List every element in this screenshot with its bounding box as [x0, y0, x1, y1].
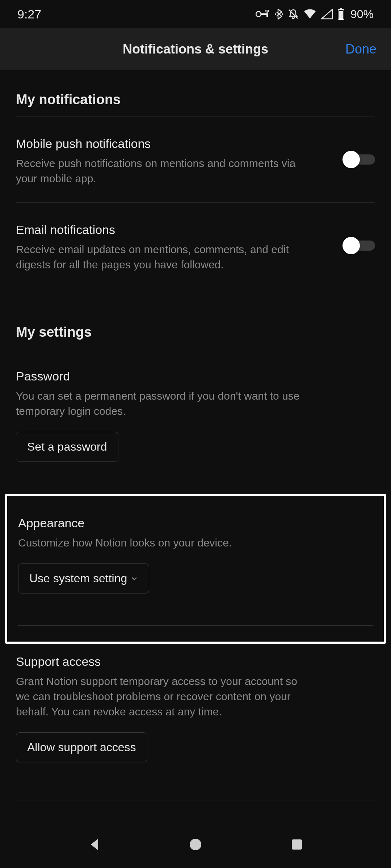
toggle-knob: [342, 151, 360, 168]
divider: [16, 800, 375, 800]
setting-item-email: Email notifications Receive email update…: [16, 203, 375, 288]
dnd-icon: [287, 8, 299, 20]
battery-percent: 90%: [350, 8, 374, 21]
cell-signal-icon: [321, 9, 333, 20]
item-description: You can set a permanent password if you …: [16, 388, 313, 419]
allow-support-button[interactable]: Allow support access: [16, 732, 147, 762]
button-label: Allow support access: [27, 741, 136, 754]
done-button[interactable]: Done: [345, 42, 377, 57]
item-description: Receive email updates on mentions, comme…: [16, 242, 313, 272]
button-label: Set a password: [27, 440, 107, 454]
wifi-icon: [303, 9, 316, 19]
android-nav-bar: [0, 821, 391, 868]
status-time: 9:27: [17, 7, 41, 21]
item-title: Appearance: [18, 516, 373, 530]
header: Notifications & settings Done: [0, 28, 391, 70]
page-title: Notifications & settings: [123, 42, 268, 57]
svg-rect-10: [339, 11, 343, 19]
item-title: Mobile push notifications: [16, 137, 375, 151]
setting-item-support: Support access Grant Notion support temp…: [16, 644, 375, 778]
highlighted-section: Appearance Customize how Notion looks on…: [5, 494, 386, 644]
recent-apps-button[interactable]: [288, 836, 306, 853]
svg-point-11: [190, 839, 201, 850]
chevron-down-icon: [131, 572, 138, 585]
divider: [18, 625, 373, 626]
svg-rect-12: [292, 839, 302, 850]
status-bar: 9:27 G 90%: [0, 0, 391, 28]
item-description: Receive push notifications on mentions a…: [16, 156, 313, 186]
status-icons: G 90%: [256, 8, 374, 21]
battery-icon: [337, 8, 345, 20]
section-title-notifications: My notifications: [16, 70, 375, 116]
item-description: Grant Notion support temporary access to…: [16, 674, 298, 719]
back-button[interactable]: [85, 836, 103, 853]
bluetooth-icon: [274, 8, 283, 20]
item-title: Support access: [16, 655, 375, 669]
setting-item-appearance: Appearance Customize how Notion looks on…: [18, 496, 373, 609]
svg-rect-2: [266, 13, 268, 17]
item-description: Customize how Notion looks on your devic…: [18, 535, 315, 550]
mobile-push-toggle[interactable]: [342, 151, 375, 168]
svg-text:G: G: [266, 10, 268, 12]
svg-point-5: [275, 13, 276, 15]
button-label: Use system setting: [29, 572, 127, 585]
svg-line-7: [289, 10, 298, 18]
svg-point-0: [256, 12, 261, 17]
svg-point-6: [282, 13, 283, 15]
section-title-settings: My settings: [16, 288, 375, 349]
item-title: Email notifications: [16, 223, 375, 237]
vpn-key-icon: G: [256, 10, 270, 18]
setting-item-mobile-push: Mobile push notifications Receive push n…: [16, 116, 375, 203]
appearance-select[interactable]: Use system setting: [18, 563, 149, 593]
set-password-button[interactable]: Set a password: [16, 432, 118, 462]
setting-item-password: Password You can set a permanent passwor…: [16, 349, 375, 478]
home-button[interactable]: [187, 836, 204, 853]
toggle-knob: [342, 237, 360, 254]
item-title: Password: [16, 369, 375, 383]
email-toggle[interactable]: [342, 237, 375, 254]
